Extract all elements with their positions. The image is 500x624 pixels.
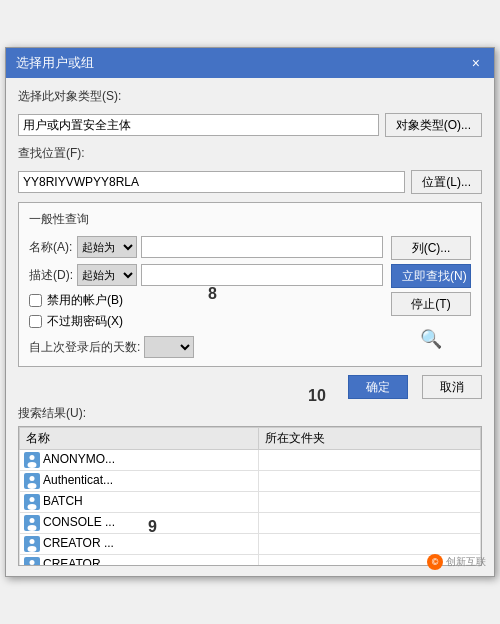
user-icon xyxy=(24,452,40,468)
cell-folder xyxy=(258,513,480,534)
watermark-text: 创新互联 xyxy=(446,555,486,569)
table-row[interactable]: Authenticat... xyxy=(20,471,481,492)
days-label: 自上次登录后的天数: xyxy=(29,339,140,356)
user-icon xyxy=(24,473,40,489)
days-row: 自上次登录后的天数: xyxy=(29,336,383,358)
svg-point-5 xyxy=(28,483,37,489)
watermark-icon: © xyxy=(427,554,443,570)
cell-name: CREATOR _ xyxy=(20,555,259,567)
svg-point-10 xyxy=(30,518,35,523)
table-row[interactable]: CONSOLE ... xyxy=(20,513,481,534)
svg-point-16 xyxy=(30,560,35,565)
general-query-section: 一般性查询 名称(A): 起始为 描述(D): 起 xyxy=(18,202,482,367)
table-row[interactable]: ANONYMO... xyxy=(20,450,481,471)
object-type-button[interactable]: 对象类型(O)... xyxy=(385,113,482,137)
svg-point-8 xyxy=(28,504,37,510)
object-type-row: 选择此对象类型(S): xyxy=(18,88,482,105)
table-row[interactable]: CREATOR _ xyxy=(20,555,481,567)
general-query-title: 一般性查询 xyxy=(29,211,471,228)
annotation-10: 10 xyxy=(308,387,326,405)
no-expire-checkbox[interactable] xyxy=(29,315,42,328)
name-query-input[interactable] xyxy=(141,236,383,258)
results-container[interactable]: 名称 所在文件夹 ANONYMO... Authenticat... BATCH… xyxy=(18,426,482,566)
query-left: 名称(A): 起始为 描述(D): 起始为 xyxy=(29,236,383,358)
annotation-9: 9 xyxy=(148,518,157,536)
table-row[interactable]: CREATOR ... xyxy=(20,534,481,555)
svg-point-7 xyxy=(30,497,35,502)
select-user-dialog: 选择用户或组 × 选择此对象类型(S): 对象类型(O)... 查找位置(F):… xyxy=(5,47,495,577)
user-icon xyxy=(24,494,40,510)
desc-query-input[interactable] xyxy=(141,264,383,286)
object-type-input-row: 对象类型(O)... xyxy=(18,113,482,137)
cancel-button[interactable]: 取消 xyxy=(422,375,482,399)
name-query-select[interactable]: 起始为 xyxy=(77,236,137,258)
col-button[interactable]: 列(C)... xyxy=(391,236,471,260)
svg-point-4 xyxy=(30,476,35,481)
days-select[interactable] xyxy=(144,336,194,358)
location-input-row: 位置(L)... xyxy=(18,170,482,194)
cell-name: BATCH xyxy=(20,492,259,513)
cell-folder xyxy=(258,534,480,555)
svg-point-14 xyxy=(28,546,37,552)
dialog-title: 选择用户或组 xyxy=(16,54,94,72)
results-thead: 名称 所在文件夹 xyxy=(20,428,481,450)
disabled-checkbox[interactable] xyxy=(29,294,42,307)
no-expire-checkbox-row: 不过期密码(X) xyxy=(29,313,383,330)
cell-folder xyxy=(258,492,480,513)
desc-query-row: 描述(D): 起始为 xyxy=(29,264,383,286)
location-button[interactable]: 位置(L)... xyxy=(411,170,482,194)
location-input[interactable] xyxy=(18,171,405,193)
title-bar: 选择用户或组 × xyxy=(6,48,494,78)
cell-name: ANONYMO... xyxy=(20,450,259,471)
cell-folder xyxy=(258,471,480,492)
query-area: 名称(A): 起始为 描述(D): 起始为 xyxy=(29,236,471,358)
cell-name: CREATOR ... xyxy=(20,534,259,555)
disabled-label: 禁用的帐户(B) xyxy=(47,292,123,309)
svg-point-11 xyxy=(28,525,37,531)
object-type-label: 选择此对象类型(S): xyxy=(18,88,121,105)
name-query-row: 名称(A): 起始为 xyxy=(29,236,383,258)
user-icon xyxy=(24,536,40,552)
no-expire-label: 不过期密码(X) xyxy=(47,313,123,330)
location-label-row: 查找位置(F): xyxy=(18,145,482,162)
results-table: 名称 所在文件夹 ANONYMO... Authenticat... BATCH… xyxy=(19,427,481,566)
location-label: 查找位置(F): xyxy=(18,145,85,162)
svg-point-2 xyxy=(28,462,37,468)
ok-button[interactable]: 确定 xyxy=(348,375,408,399)
close-button[interactable]: × xyxy=(468,55,484,71)
results-tbody: ANONYMO... Authenticat... BATCH CONSOLE … xyxy=(20,450,481,567)
disabled-checkbox-row: 禁用的帐户(B) xyxy=(29,292,383,309)
stop-button[interactable]: 停止(T) xyxy=(391,292,471,316)
results-section: 搜索结果(U): 名称 所在文件夹 ANONYMO... Authenticat… xyxy=(18,405,482,566)
search-now-button[interactable]: 立即查找(N) xyxy=(391,264,471,288)
cell-folder xyxy=(258,450,480,471)
svg-point-13 xyxy=(30,539,35,544)
desc-query-select[interactable]: 起始为 xyxy=(77,264,137,286)
results-header-row: 名称 所在文件夹 xyxy=(20,428,481,450)
annotation-8: 8 xyxy=(208,285,217,303)
cell-name: Authenticat... xyxy=(20,471,259,492)
col-name-header: 名称 xyxy=(20,428,259,450)
object-type-input[interactable] xyxy=(18,114,379,136)
results-label: 搜索结果(U): xyxy=(18,405,482,422)
col-folder-header: 所在文件夹 xyxy=(258,428,480,450)
name-query-label: 名称(A): xyxy=(29,239,77,256)
watermark: © 创新互联 xyxy=(427,554,486,570)
desc-query-label: 描述(D): xyxy=(29,267,77,284)
user-icon xyxy=(24,557,40,566)
dialog-body: 选择此对象类型(S): 对象类型(O)... 查找位置(F): 位置(L)...… xyxy=(6,78,494,576)
table-row[interactable]: BATCH xyxy=(20,492,481,513)
right-buttons: 列(C)... 立即查找(N) 停止(T) 🔍 xyxy=(391,236,471,358)
svg-point-1 xyxy=(30,455,35,460)
cell-name: CONSOLE ... xyxy=(20,513,259,534)
user-icon xyxy=(24,515,40,531)
search-icon: 🔍 xyxy=(391,328,471,350)
confirm-row: 确定 取消 xyxy=(18,375,482,399)
